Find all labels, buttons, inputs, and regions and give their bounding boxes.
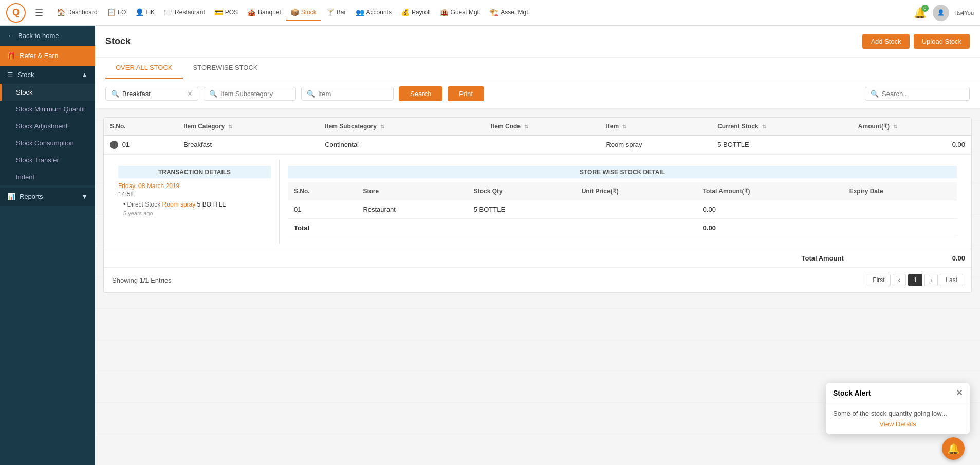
first-page-button[interactable]: First (867, 274, 890, 286)
current-page-button[interactable]: 1 (908, 274, 923, 286)
sidebar-reports-header[interactable]: 📊 Reports ▼ (0, 188, 95, 206)
payroll-nav-icon: 💰 (401, 8, 410, 16)
sidebar-refer-earn[interactable]: 🎁 Refer & Earn (0, 46, 95, 66)
category-input[interactable] (122, 90, 184, 98)
guestmgt-nav-label: Guest Mgt. (451, 9, 481, 16)
nav-item-assetmgt[interactable]: 🏗️Asset Mgt. (486, 5, 534, 21)
print-button[interactable]: Print (448, 86, 484, 101)
tab-storewise[interactable]: STOREWISE STOCK (183, 58, 268, 79)
nav-item-payroll[interactable]: 💰Payroll (397, 5, 435, 21)
top-nav-right: 🔔 0 👤 Its4You (914, 5, 974, 21)
nav-item-hk[interactable]: 👤HK (131, 5, 159, 21)
sidebar-back-to-home[interactable]: ← Back to home (0, 26, 95, 46)
sw-total-label: Total (288, 219, 697, 237)
subcategory-input[interactable] (220, 90, 282, 98)
transaction-time-ago: 5 years ago (123, 210, 271, 216)
direct-stock-label: Direct Stock (127, 201, 161, 208)
reports-label: Reports (20, 193, 43, 200)
bell-button[interactable]: 🔔 0 (914, 7, 927, 19)
sidebar-item-stock-consumption[interactable]: Stock Consumption (0, 135, 95, 152)
category-clear-icon[interactable]: ✕ (187, 90, 193, 98)
nav-item-fo[interactable]: 📋FO (103, 5, 131, 21)
assetmgt-nav-label: Asset Mgt. (501, 9, 530, 16)
sidebar-item-indent[interactable]: Indent (0, 169, 95, 185)
nav-item-banquet[interactable]: 🎪Banquet (243, 5, 285, 21)
nav-item-accounts[interactable]: 👥Accounts (352, 5, 396, 21)
dashboard-nav-label: Dashboard (67, 9, 98, 16)
transaction-item-name: Room spray (162, 201, 196, 208)
sidebar-item-stock-adjustment[interactable]: Stock Adjustment (0, 118, 95, 135)
hk-nav-label: HK (146, 9, 155, 16)
nav-item-stock[interactable]: 📦Stock (286, 5, 321, 21)
hamburger-icon[interactable]: ☰ (35, 7, 43, 18)
search-button[interactable]: Search (399, 86, 442, 101)
pagination-row: Showing 1/1 Entries First ‹ 1 › Last (104, 268, 971, 292)
cell-current-stock: 5 BOTTLE (711, 136, 852, 155)
th-amount: Amount(₹) ⇅ (852, 118, 971, 136)
stock-alert-fab[interactable]: 🔔 (942, 437, 965, 460)
transaction-unit: BOTTLE (202, 201, 227, 208)
prev-page-button[interactable]: ‹ (893, 274, 906, 286)
nav-item-dashboard[interactable]: 🏠Dashboard (52, 5, 102, 21)
tab-overall[interactable]: OVER ALL STOCK (105, 58, 183, 79)
upload-stock-button[interactable]: Upload Stock (914, 34, 970, 49)
transaction-bullet: • Direct Stock Room spray 5 BOTTLE (123, 201, 271, 208)
stock-alert-body: Some of the stock quantity going low... … (826, 403, 970, 434)
dashboard-nav-icon: 🏠 (57, 8, 65, 16)
category-filter-wrap: 🔍 ✕ (105, 87, 198, 101)
last-page-button[interactable]: Last (940, 274, 963, 286)
back-label: Back to home (18, 32, 59, 40)
next-page-button[interactable]: › (924, 274, 938, 286)
view-details-link[interactable]: View Details (833, 420, 963, 428)
sw-total-amount: 0.00 (697, 219, 843, 237)
user-name[interactable]: Its4You (955, 10, 974, 16)
sw-th-expiry-date: Expiry Date (843, 182, 957, 200)
pos-nav-icon: 💳 (214, 8, 223, 16)
stock-alert-header: Stock Alert ✕ (826, 383, 970, 403)
transaction-time: 14:58 (118, 191, 271, 198)
nav-item-guestmgt[interactable]: 🏨Guest Mgt. (436, 5, 485, 21)
sidebar-stock-section: ☰ Stock ▲ StockStock Minimum QuantitStoc… (0, 66, 95, 185)
sidebar-item-stock-min-qty[interactable]: Stock Minimum Quantit (0, 101, 95, 118)
menu-icon: ☰ (7, 71, 13, 79)
store-wise-table: S.No. Store Stock Qty Unit Price(₹) Tota… (288, 182, 957, 237)
banquet-nav-label: Banquet (258, 9, 281, 16)
top-navbar: Q ☰ 🏠Dashboard📋FO👤HK🍽️Restaurant💳POS🎪Ban… (0, 0, 980, 26)
nav-item-restaurant[interactable]: 🍽️Restaurant (160, 5, 209, 21)
expand-row-button[interactable]: − (110, 141, 118, 149)
banquet-nav-icon: 🎪 (247, 8, 256, 16)
restaurant-nav-label: Restaurant (175, 9, 205, 16)
nav-item-pos[interactable]: 💳POS (210, 5, 242, 21)
payroll-nav-label: Payroll (412, 9, 431, 16)
table-row: − 01 Breakfast Continental Room spray 5 … (104, 136, 971, 155)
sw-unit-price (576, 200, 697, 219)
sidebar-item-stock-transfer[interactable]: Stock Transfer (0, 152, 95, 169)
fo-nav-icon: 📋 (107, 8, 116, 16)
item-filter-wrap: 🔍 (301, 87, 394, 101)
nav-item-bar[interactable]: 🍸Bar (322, 5, 350, 21)
sidebar-stock-header[interactable]: ☰ Stock ▲ (0, 66, 95, 84)
item-input[interactable] (318, 90, 380, 98)
detail-row: TRANSACTION DETAILS Friday, 08 March 201… (104, 155, 971, 249)
user-avatar[interactable]: 👤 (933, 5, 949, 21)
transaction-qty: 5 (197, 201, 201, 208)
cell-item: Room spray (600, 136, 711, 155)
add-stock-button[interactable]: Add Stock (862, 34, 909, 49)
page-header-actions: Add Stock Upload Stock (862, 34, 970, 49)
th-item-subcategory: Item Subcategory ⇅ (319, 118, 485, 136)
showing-entries: Showing 1/1 Entries (112, 276, 172, 284)
sidebar-item-stock[interactable]: Stock (0, 84, 95, 101)
sw-table-body: 01 Restaurant 5 BOTTLE 0.00 (288, 200, 957, 237)
global-search-input[interactable] (882, 90, 964, 98)
detail-inner: TRANSACTION DETAILS Friday, 08 March 201… (110, 160, 965, 244)
detail-cell: TRANSACTION DETAILS Friday, 08 March 201… (104, 155, 971, 249)
stock-nav-label: Stock (301, 9, 317, 16)
global-search-icon: 🔍 (871, 90, 879, 98)
pos-nav-label: POS (225, 9, 238, 16)
back-icon: ← (7, 32, 14, 40)
stock-table-container: S.No. Item Category ⇅ Item Subcategory ⇅… (103, 117, 972, 293)
page-title: Stock (105, 36, 131, 47)
sw-th-stock-qty: Stock Qty (468, 182, 576, 200)
transaction-details-header: TRANSACTION DETAILS (118, 166, 271, 178)
stock-alert-close-button[interactable]: ✕ (956, 388, 963, 398)
